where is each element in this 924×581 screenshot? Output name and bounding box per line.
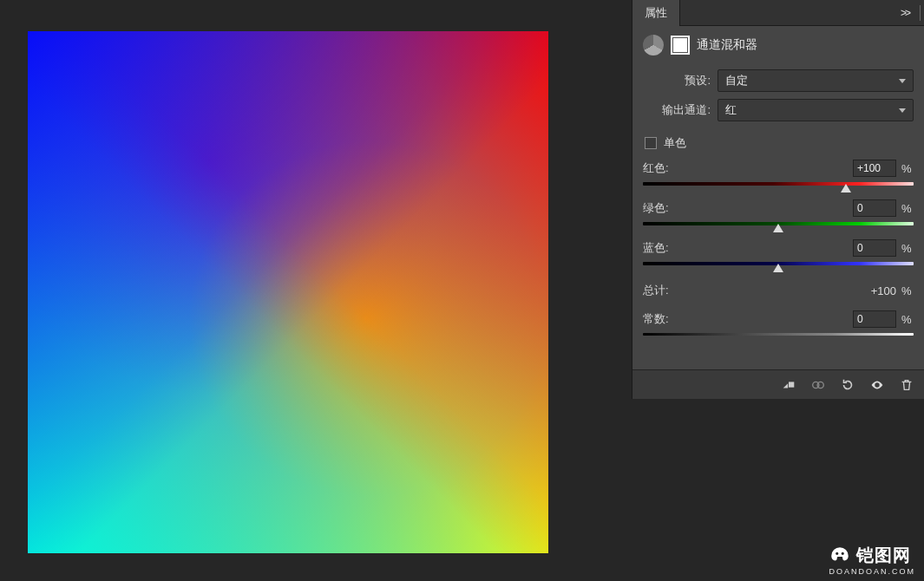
- green-slider-block: 绿色: %: [643, 199, 914, 225]
- properties-panel: 属性 >> 通道混和器 预设: 自定 输出通道: 红 单色: [632, 0, 924, 399]
- red-slider-track[interactable]: [643, 182, 914, 186]
- red-unit: %: [901, 162, 914, 175]
- canvas-gradient-preview: [28, 31, 548, 553]
- tab-properties[interactable]: 属性: [632, 0, 680, 26]
- output-channel-label: 输出通道:: [643, 102, 711, 118]
- green-slider-thumb[interactable]: [773, 224, 783, 232]
- collapse-button[interactable]: >>: [901, 7, 909, 19]
- panel-body: 预设: 自定 输出通道: 红 单色 红色: %: [632, 64, 924, 344]
- red-slider-block: 红色: %: [643, 160, 914, 186]
- constant-slider-block: 常数: %: [643, 310, 914, 336]
- total-row: 总计: +100 %: [643, 279, 914, 310]
- watermark: 铠图网 DOANDOAN.COM: [829, 544, 915, 576]
- panel-menu-divider: [920, 5, 921, 21]
- preset-label: 预设:: [643, 73, 711, 88]
- monochrome-checkbox[interactable]: [645, 137, 657, 149]
- constant-slider-track[interactable]: [643, 333, 914, 336]
- blue-unit: %: [901, 242, 914, 255]
- delete-trash-icon[interactable]: [898, 376, 915, 394]
- total-value: +100: [871, 284, 896, 297]
- blue-slider-label: 蓝色:: [643, 240, 669, 256]
- panel-header: 通道混和器: [632, 26, 924, 64]
- layer-mask-icon[interactable]: [671, 36, 690, 55]
- total-unit: %: [901, 284, 914, 297]
- blue-slider-thumb[interactable]: [773, 264, 783, 272]
- view-previous-icon[interactable]: [809, 376, 827, 394]
- svg-rect-0: [789, 382, 794, 387]
- red-slider-thumb[interactable]: [841, 184, 851, 193]
- preset-value: 自定: [725, 73, 748, 88]
- preset-select[interactable]: 自定: [718, 69, 914, 92]
- watermark-logo-icon: [829, 545, 851, 567]
- channel-mixer-icon[interactable]: [643, 35, 664, 55]
- chevron-down-icon: [899, 79, 906, 83]
- output-channel-value: 红: [725, 102, 737, 118]
- panel-tab-bar: 属性 >>: [632, 0, 924, 26]
- clip-to-layer-icon[interactable]: [780, 376, 797, 394]
- blue-slider-track[interactable]: [643, 262, 914, 265]
- blue-value-input[interactable]: [853, 239, 896, 257]
- constant-value-input[interactable]: [853, 310, 896, 328]
- panel-footer: [632, 369, 924, 399]
- constant-unit: %: [901, 313, 914, 326]
- svg-point-2: [817, 382, 823, 388]
- red-slider-label: 红色:: [643, 160, 669, 176]
- output-channel-select[interactable]: 红: [718, 99, 914, 121]
- monochrome-label: 单色: [664, 135, 686, 151]
- green-value-input[interactable]: [853, 199, 896, 217]
- green-unit: %: [901, 202, 914, 215]
- blue-slider-block: 蓝色: %: [643, 239, 914, 265]
- red-value-input[interactable]: [853, 160, 896, 177]
- green-slider-track[interactable]: [643, 222, 914, 225]
- visibility-eye-icon[interactable]: [868, 376, 886, 394]
- watermark-subtitle: DOANDOAN.COM: [829, 567, 915, 576]
- total-label: 总计:: [643, 283, 669, 298]
- chevron-down-icon: [899, 108, 906, 113]
- green-slider-label: 绿色:: [643, 200, 669, 216]
- watermark-title: 铠图网: [856, 544, 911, 567]
- constant-slider-label: 常数:: [643, 311, 669, 327]
- panel-title: 通道混和器: [697, 37, 757, 53]
- reset-icon[interactable]: [839, 376, 856, 394]
